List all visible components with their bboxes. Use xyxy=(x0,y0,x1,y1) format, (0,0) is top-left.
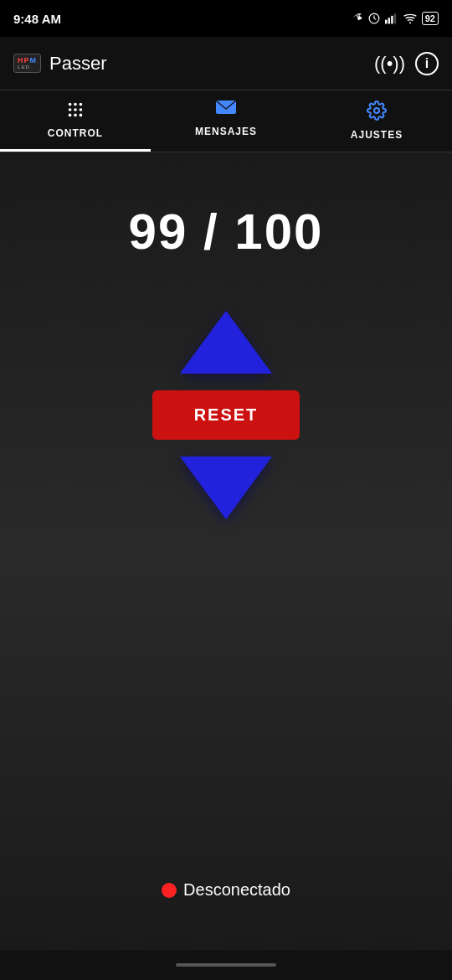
counter-separator: / xyxy=(187,204,234,260)
clock-icon xyxy=(368,13,380,24)
tab-control-label: CONTROL xyxy=(48,127,103,139)
counter-current: 99 xyxy=(129,204,188,260)
svg-point-8 xyxy=(80,103,83,106)
wifi-icon xyxy=(403,13,417,24)
header-right: ((•)) i xyxy=(374,52,439,75)
reset-button[interactable]: RESET xyxy=(152,390,300,440)
info-button[interactable]: i xyxy=(415,52,439,75)
signal-icon xyxy=(385,13,398,24)
tab-ajustes[interactable]: AJUSTES xyxy=(301,90,452,152)
svg-rect-1 xyxy=(385,20,387,24)
svg-point-13 xyxy=(74,114,77,117)
app-header: HPM LED Passer ((•)) i xyxy=(0,37,452,90)
logo: HPM LED xyxy=(13,54,41,74)
status-text: Desconectado xyxy=(183,880,290,900)
app-title: Passer xyxy=(49,53,106,75)
svg-point-10 xyxy=(74,108,77,111)
svg-rect-4 xyxy=(394,13,396,23)
controls-container: RESET xyxy=(152,311,300,519)
increment-button[interactable] xyxy=(180,311,272,374)
status-time: 9:48 AM xyxy=(13,12,61,26)
svg-rect-3 xyxy=(391,16,393,24)
radio-icon[interactable]: ((•)) xyxy=(374,53,405,75)
svg-point-7 xyxy=(74,103,77,106)
svg-point-11 xyxy=(80,108,83,111)
tab-mensajes-label: MENSAJES xyxy=(195,126,257,137)
envelope-icon xyxy=(216,101,236,122)
svg-point-5 xyxy=(409,22,411,23)
status-dot xyxy=(162,883,177,898)
svg-point-9 xyxy=(69,108,72,111)
navigation-icon xyxy=(352,13,363,24)
bottom-bar xyxy=(0,950,452,980)
home-indicator xyxy=(176,963,276,967)
header-left: HPM LED Passer xyxy=(13,53,107,75)
tab-mensajes[interactable]: MENSAJES xyxy=(151,90,301,152)
decrement-button[interactable] xyxy=(180,456,272,519)
svg-rect-2 xyxy=(388,18,389,23)
main-content: 99 / 100 RESET Desconectado xyxy=(0,152,452,950)
tab-ajustes-label: AJUSTES xyxy=(351,129,403,141)
status-icons: 92 xyxy=(352,12,439,25)
tab-control[interactable]: CONTROL xyxy=(0,90,151,152)
counter-display: 99 / 100 xyxy=(129,203,324,260)
svg-point-6 xyxy=(69,103,72,106)
battery-indicator: 92 xyxy=(422,12,439,25)
status-bar: 9:48 AM 92 xyxy=(0,0,452,37)
tab-bar: CONTROL MENSAJES AJUSTES xyxy=(0,90,452,152)
grid-icon xyxy=(66,101,85,124)
svg-point-14 xyxy=(80,114,83,117)
counter-total: 100 xyxy=(234,204,323,260)
svg-point-16 xyxy=(374,108,379,113)
svg-point-12 xyxy=(69,114,72,117)
connection-status: Desconectado xyxy=(162,855,290,916)
gear-icon xyxy=(367,101,387,126)
